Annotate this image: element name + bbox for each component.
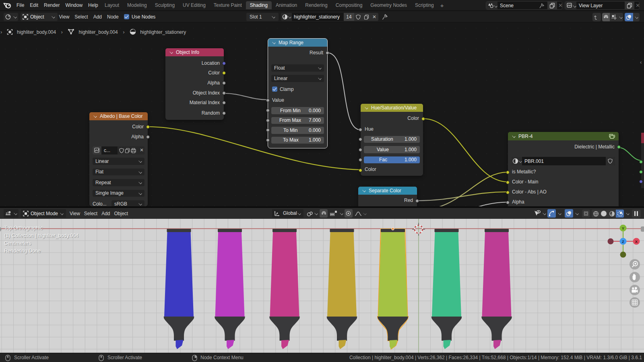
svg-text:Y: Y bbox=[622, 226, 625, 230]
svg-text:Centimeters: Centimeters bbox=[4, 241, 31, 246]
svg-text:(1) Collection | highliter_bod: (1) Collection | highliter_body.004 bbox=[4, 233, 78, 239]
svg-text:Top Orthographic: Top Orthographic bbox=[4, 225, 43, 231]
svg-text:Rendering Done: Rendering Done bbox=[4, 248, 41, 254]
svg-text:Z: Z bbox=[622, 239, 624, 244]
svg-text:X: X bbox=[635, 239, 638, 244]
